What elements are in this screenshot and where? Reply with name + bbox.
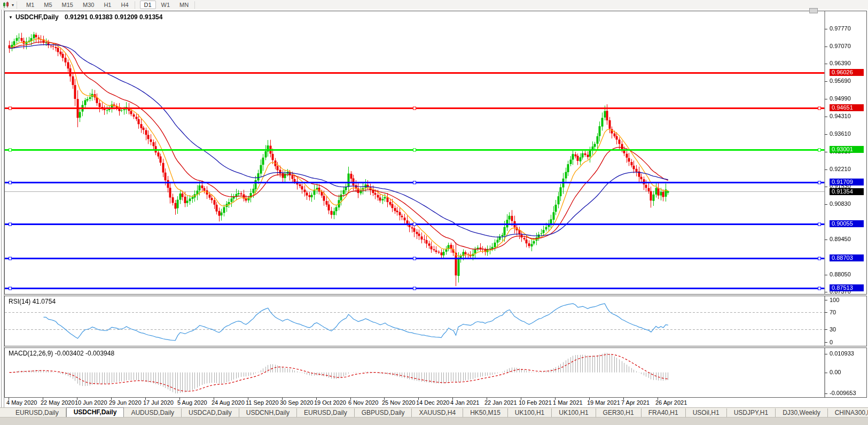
price-tick bbox=[825, 187, 827, 187]
chart-type-caret-icon[interactable]: ▾ bbox=[12, 3, 14, 7]
price-chart-panel: ▼USDCHF,Daily 0.91291 0.91383 0.91209 0.… bbox=[4, 11, 867, 295]
price-tick-label: 0.90830 bbox=[830, 200, 851, 207]
chart-title: ▼USDCHF,Daily 0.91291 0.91383 0.91209 0.… bbox=[9, 13, 162, 21]
chart-tab-fra40-h1[interactable]: FRA40,H1 bbox=[642, 408, 686, 417]
price-tick bbox=[825, 204, 827, 205]
price-tick bbox=[825, 64, 827, 64]
price-level-badge: 0.87513 bbox=[830, 284, 864, 291]
price-tick bbox=[825, 99, 827, 99]
timeframe-m30[interactable]: M30 bbox=[79, 1, 98, 9]
timeframe-d1[interactable]: D1 bbox=[140, 1, 156, 9]
chart-window: ▼USDCHF,Daily 0.91291 0.91383 0.91209 0.… bbox=[0, 10, 868, 425]
chart-tab-xauusd-h4[interactable]: XAUUSD,H4 bbox=[412, 408, 463, 417]
toolbar-separator bbox=[135, 2, 137, 9]
rsi-tick-label: 0 bbox=[830, 339, 833, 345]
macd-panel: MACD(12,26,9) -0.003402 -0.003948 0.0109… bbox=[4, 347, 867, 398]
macd-tick-label: 0.010933 bbox=[830, 350, 854, 357]
price-tick bbox=[825, 134, 827, 135]
macd-tick bbox=[825, 393, 827, 394]
chart-type-icon[interactable] bbox=[2, 1, 11, 9]
date-label: 4 Jan 2021 bbox=[450, 399, 479, 406]
price-tick bbox=[825, 275, 827, 275]
date-label: 1 Mar 2021 bbox=[553, 399, 583, 406]
macd-label: MACD(12,26,9) -0.003402 -0.003948 bbox=[9, 350, 114, 357]
price-tick bbox=[825, 152, 827, 152]
price-chart-canvas[interactable] bbox=[5, 11, 828, 294]
date-label: 30 Sep 2020 bbox=[280, 399, 313, 406]
macd-canvas[interactable] bbox=[5, 348, 828, 397]
chart-tab-uk100-h1[interactable]: UK100,H1 bbox=[508, 408, 552, 417]
chart-tab-usdcnh-daily[interactable]: USDCNH,Daily bbox=[239, 408, 297, 417]
price-tick bbox=[825, 47, 827, 47]
current-price-badge: 0.91354 bbox=[830, 188, 864, 195]
price-tick bbox=[825, 81, 827, 82]
price-tick bbox=[825, 292, 827, 292]
chart-tab-usdchf-daily[interactable]: USDCHF,Daily bbox=[66, 407, 124, 417]
date-label: 26 Apr 2021 bbox=[655, 399, 687, 406]
chart-tab-eurusd-daily[interactable]: EURUSD,Daily bbox=[297, 408, 355, 417]
macd-tick-label: 0.00 bbox=[830, 369, 841, 375]
price-level-badge: 0.96026 bbox=[830, 69, 864, 76]
price-tick-label: 0.96390 bbox=[830, 60, 851, 66]
timeframe-m5[interactable]: M5 bbox=[40, 1, 56, 9]
chart-tab-ger30-h1[interactable]: GER30,H1 bbox=[596, 408, 642, 417]
chart-tab-usdcad-daily[interactable]: USDCAD,Daily bbox=[182, 408, 239, 417]
timeframe-button-group: M1M5M15M30H1H4D1W1MN bbox=[21, 1, 199, 9]
date-axis: 4 May 202022 May 202010 Jun 202029 Jun 2… bbox=[4, 398, 867, 407]
rsi-label: RSI(14) 41.0754 bbox=[9, 298, 56, 305]
timeframe-h1[interactable]: H1 bbox=[99, 1, 115, 9]
date-label: 10 Jun 2020 bbox=[75, 399, 107, 406]
price-tick bbox=[825, 169, 827, 170]
timeframe-m15[interactable]: M15 bbox=[58, 1, 77, 9]
rsi-canvas[interactable] bbox=[5, 296, 828, 346]
rsi-tick bbox=[825, 329, 827, 330]
rsi-tick bbox=[825, 300, 827, 300]
chart-scrollbar-thumb[interactable] bbox=[809, 8, 818, 13]
chart-tab-eurusd-daily[interactable]: EURUSD,Daily bbox=[9, 408, 66, 417]
chart-tab-hk50-m15[interactable]: HK50,M15 bbox=[463, 408, 508, 417]
price-tick-label: 0.97770 bbox=[830, 25, 851, 32]
chart-tab-usdjpy-h1[interactable]: USDJPY,H1 bbox=[727, 408, 776, 417]
macd-tick bbox=[825, 373, 827, 373]
price-tick bbox=[825, 117, 827, 117]
chart-tab-usoil-h1[interactable]: USOil,H1 bbox=[686, 408, 727, 417]
chart-tab-audusd-daily[interactable]: AUDUSD,Daily bbox=[124, 408, 182, 417]
macd-tick-label: -0.009653 bbox=[830, 390, 856, 396]
symbol-dropdown-icon[interactable]: ▼ bbox=[9, 15, 13, 20]
rsi-tick-label: 30 bbox=[830, 326, 836, 333]
timeframe-w1[interactable]: W1 bbox=[157, 1, 175, 9]
chart-tab-dj30-weekly[interactable]: DJ30,Weekly bbox=[776, 408, 827, 417]
date-label: 14 Dec 2020 bbox=[416, 399, 449, 406]
ohlc-values: 0.91291 0.91383 0.91209 0.91354 bbox=[65, 13, 163, 21]
date-label: 5 Aug 2020 bbox=[177, 399, 207, 406]
date-label: 22 May 2020 bbox=[41, 399, 75, 406]
date-label: 10 Feb 2021 bbox=[519, 399, 552, 406]
rsi-panel: RSI(14) 41.0754 10070300 bbox=[4, 296, 867, 346]
toolbar-separator bbox=[194, 2, 197, 9]
price-tick-label: 0.97070 bbox=[830, 43, 851, 49]
toolbar-separator bbox=[17, 2, 19, 9]
price-tick bbox=[825, 29, 827, 29]
chart-tab-bar: EURUSD,DailyUSDCHF,DailyAUDUSD,DailyUSDC… bbox=[0, 407, 868, 417]
chart-tab-china300-h1[interactable]: CHINA300,H1 bbox=[828, 408, 868, 417]
timeframe-mn[interactable]: MN bbox=[175, 1, 193, 9]
date-label: 24 Aug 2020 bbox=[212, 399, 245, 406]
timeframe-h4[interactable]: H4 bbox=[116, 1, 132, 9]
chart-tab-uk100-h1[interactable]: UK100,H1 bbox=[552, 408, 596, 417]
price-level-badge: 0.94651 bbox=[830, 104, 864, 111]
candlestick-glyph bbox=[3, 2, 10, 9]
date-label: 29 Jun 2020 bbox=[109, 399, 142, 406]
date-label: 19 Mar 2021 bbox=[587, 399, 620, 406]
price-level-badge: 0.93001 bbox=[830, 146, 864, 153]
chart-tab-gbpusd-daily[interactable]: GBPUSD,Daily bbox=[355, 408, 412, 417]
date-label: 4 May 2020 bbox=[6, 399, 37, 406]
price-tick-label: 0.94310 bbox=[830, 113, 851, 119]
macd-tick bbox=[825, 354, 827, 354]
date-label: 17 Jul 2020 bbox=[143, 399, 174, 406]
price-tick-label: 0.88050 bbox=[830, 271, 851, 277]
price-level-badge: 0.88703 bbox=[830, 254, 864, 261]
timeframe-m1[interactable]: M1 bbox=[22, 1, 38, 9]
date-label: 19 Oct 2020 bbox=[314, 399, 346, 406]
price-tick-label: 0.94990 bbox=[830, 95, 851, 102]
date-label: 11 Sep 2020 bbox=[246, 399, 279, 406]
